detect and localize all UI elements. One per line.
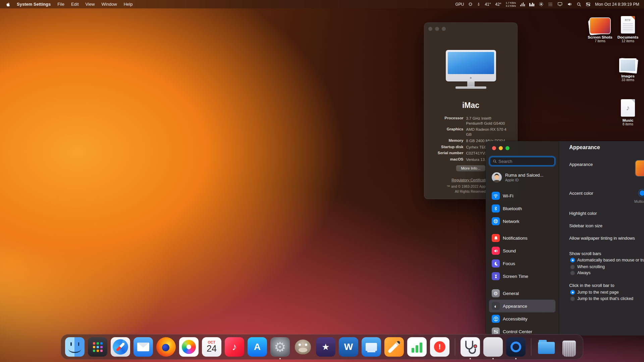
gpu-chip-icon[interactable] (468, 2, 473, 6)
control-center-icon[interactable] (586, 2, 591, 7)
dock-music-icon[interactable]: ♪ (225, 337, 244, 357)
radio-scrollbars-when-scrolling[interactable]: When scrolling (570, 264, 605, 270)
settings-search-field[interactable] (490, 157, 555, 166)
radio-button[interactable] (570, 258, 575, 262)
desktop-folder-screenshots[interactable]: Screen Shots 7 items (584, 18, 616, 43)
desktop-icon-label: Music (623, 118, 634, 122)
dock-launchpad-icon[interactable] (88, 337, 107, 357)
appearance-theme-thumbnail[interactable] (636, 161, 644, 176)
radio-jump-to-spot[interactable]: Jump to the spot that's clicked (570, 296, 633, 302)
radio-button[interactable] (570, 264, 575, 269)
menu-file[interactable]: File (54, 0, 68, 8)
spotlight-icon[interactable] (577, 2, 581, 7)
sidebar-item-label: Focus (503, 261, 515, 266)
dock-blue-circle-app-icon[interactable] (506, 337, 526, 357)
close-button[interactable] (492, 146, 496, 150)
sidebar-item-label: General (503, 291, 519, 296)
display-brightness-icon[interactable] (539, 2, 544, 7)
sidebar-item-wifi[interactable]: Wi-Fi (489, 189, 555, 202)
sidebar-item-accessibility[interactable]: Accessibility (489, 312, 555, 325)
dock-charts-app-icon[interactable] (407, 337, 427, 357)
pane-title: Appearance (569, 144, 600, 150)
network-throughput[interactable]: 1.7 KB/s 3.2 KB/s (506, 1, 516, 7)
sidebar-item-sound[interactable]: Sound (489, 244, 555, 257)
desktop-folder-images[interactable]: Images 33 items (612, 58, 644, 82)
sidebar-item-label: Network (503, 219, 520, 224)
settings-sideb ar: Ruma and Salced... Apple ID Wi-Fi Blueto… (486, 141, 559, 336)
system-settings-window: Ruma and Salced... Apple ID Wi-Fi Blueto… (485, 141, 644, 336)
desktop-icon-label: Documents (618, 35, 639, 39)
sidebar-item-general[interactable]: ⚙ General (489, 287, 555, 300)
memory-history-graph-icon[interactable] (529, 2, 534, 6)
photo-stack-icon (619, 58, 637, 72)
accent-color-swatch[interactable] (640, 190, 644, 196)
menu-help[interactable]: Help (120, 0, 136, 8)
radio-button[interactable] (570, 290, 575, 295)
sidebar-item-notifications[interactable]: Notifications (489, 232, 555, 244)
minimize-button[interactable] (435, 27, 439, 31)
dock-calendar-icon[interactable]: OCT 24 (202, 337, 221, 357)
desktop-icon-count: 8 items (623, 122, 633, 126)
sidebar-item-focus[interactable]: Focus (489, 257, 555, 270)
dock-word-icon[interactable]: W (339, 337, 358, 357)
dock-system-settings-icon[interactable]: ⚙ (270, 337, 290, 357)
volume-icon[interactable] (567, 2, 572, 7)
radio-scrollbars-always[interactable]: Always (570, 270, 591, 276)
active-app-menu[interactable]: System Settings (13, 2, 54, 7)
menu-edit[interactable]: Edit (68, 0, 82, 8)
sidebar-item-bluetooth[interactable]: Bluetooth (489, 202, 555, 215)
dock: OCT 24 ♪ A ⚙ ★ W ! (61, 334, 583, 360)
menu-window[interactable]: Window (98, 0, 120, 8)
dock-photos-icon[interactable] (179, 337, 199, 357)
apple-logo-dot (470, 77, 472, 79)
sidebar-item-appearance[interactable]: ◐ Appearance (489, 300, 555, 312)
dock-gimp-icon[interactable] (293, 337, 313, 357)
sidebar-item-label: Appearance (503, 304, 527, 309)
dock-pencil-app-icon[interactable] (384, 337, 404, 357)
cpu-history-graph-icon[interactable] (520, 2, 525, 6)
dock-mail-icon[interactable] (133, 337, 153, 357)
highlight-color-label: Highlight color (569, 211, 597, 216)
display-menu-icon[interactable] (557, 2, 563, 7)
dock-problem-reporter-icon[interactable]: ! (430, 337, 449, 357)
gpu-status-label[interactable]: GPU (455, 2, 464, 7)
bluetooth-icon (492, 204, 500, 213)
radio-jump-next-page[interactable]: Jump to the next page (570, 289, 619, 295)
gpu-temp-value[interactable]: 42° (495, 2, 501, 7)
apple-menu-icon[interactable] (5, 2, 13, 7)
desktop-folder-music[interactable]: ♪ Music 8 items (612, 99, 644, 126)
search-input[interactable] (498, 159, 552, 164)
sidebar-item-label: Sound (503, 248, 516, 253)
radio-button[interactable] (570, 296, 575, 301)
dock-screen-sharing-icon[interactable] (362, 337, 381, 357)
dock-downloads-folder-icon[interactable] (537, 337, 556, 357)
dock-firefox-icon[interactable] (156, 337, 176, 357)
cpu-temp-icon[interactable] (477, 2, 480, 7)
menu-view[interactable]: View (82, 0, 98, 8)
minimize-button[interactable] (499, 146, 503, 150)
radio-button[interactable] (570, 270, 575, 275)
sidebar-item-screen-time[interactable]: Screen Time (489, 270, 555, 283)
apple-id-profile[interactable]: Ruma and Salced... Apple ID (490, 171, 555, 184)
dock-finder-icon[interactable] (65, 337, 85, 357)
dock-diagnostics-app-icon[interactable] (461, 337, 480, 357)
dock-safari-icon[interactable] (111, 337, 130, 357)
sidebar-item-network[interactable]: Network (489, 215, 555, 228)
keyboard-grid-icon[interactable] (548, 2, 553, 7)
hourglass-icon (492, 272, 500, 280)
dock-trash-icon[interactable] (559, 337, 579, 357)
radio-scrollbars-auto[interactable]: Automatically based on mouse or trackpad (570, 257, 644, 263)
zoom-button[interactable] (505, 146, 509, 150)
close-button[interactable] (428, 27, 432, 31)
more-info-button[interactable]: More Info... (456, 165, 485, 172)
menu-bar-clock[interactable]: Mon Oct 24 8:39:19 PM (595, 2, 639, 7)
desktop-folder-documents[interactable]: RTF Documents 12 items (612, 16, 644, 43)
desktop-icon-label: Images (621, 74, 635, 78)
cpu-temp-value[interactable]: 41° (485, 2, 491, 7)
zoom-button[interactable] (442, 27, 446, 31)
desktop: System Settings File Edit View Window He… (0, 0, 644, 362)
dock-generic-app-icon[interactable] (483, 337, 503, 357)
dock-star-app-icon[interactable]: ★ (316, 337, 335, 357)
rtf-document-icon: RTF (621, 16, 635, 34)
dock-app-store-icon[interactable]: A (248, 337, 267, 357)
